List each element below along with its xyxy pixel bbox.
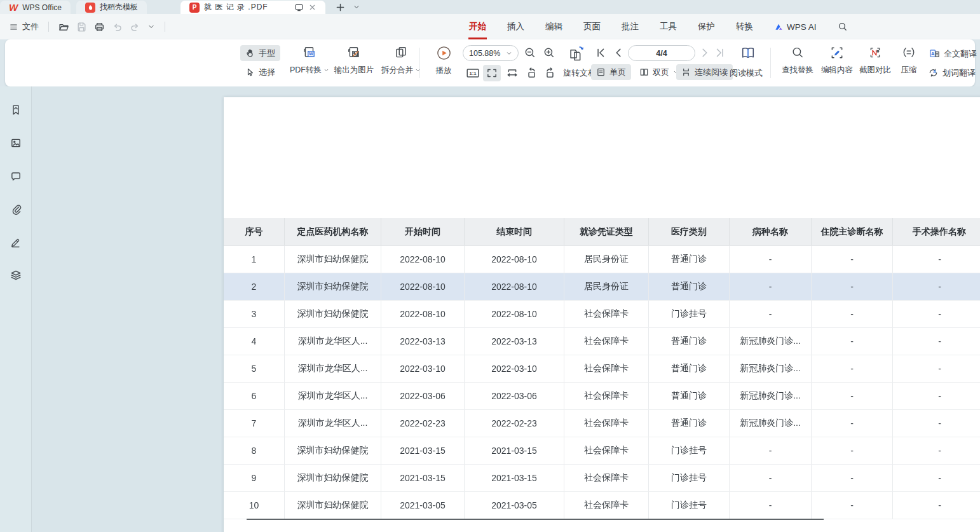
enter-pc-mode-icon[interactable]: [294, 3, 304, 12]
screenshot-compare-button[interactable]: 截图对比: [855, 45, 895, 76]
layers-panel-icon[interactable]: [6, 266, 25, 285]
table-cell: 2021-03-15: [381, 465, 465, 491]
last-page-icon[interactable]: [714, 47, 726, 58]
table-cell: -: [730, 465, 812, 491]
table-cell: -: [812, 355, 893, 382]
svg-text:A: A: [933, 69, 936, 74]
bookmarks-panel-icon[interactable]: [6, 100, 25, 119]
attachments-panel-icon[interactable]: [6, 200, 25, 219]
open-file-icon[interactable]: [58, 22, 69, 32]
one-to-one-icon: 1:1: [466, 67, 480, 79]
page-number-input[interactable]: [628, 45, 695, 61]
menu-edit[interactable]: 编辑: [545, 20, 563, 34]
table-cell: 2022-08-10: [465, 301, 564, 327]
table-cell: 2022-03-06: [381, 383, 465, 409]
divider: [770, 48, 771, 78]
continuous-reading-icon: [681, 67, 691, 77]
print-icon[interactable]: [94, 22, 105, 32]
table-cell: 深圳市龙华区人...: [285, 328, 381, 355]
select-tool-button[interactable]: 选择: [240, 64, 280, 80]
undo-icon[interactable]: [112, 22, 123, 32]
menu-protect[interactable]: 保护: [697, 20, 716, 34]
compress-button[interactable]: 压缩: [895, 45, 923, 76]
table-cell: 2022-03-13: [465, 328, 564, 355]
zoom-in-icon[interactable]: [543, 46, 555, 59]
hand-tool-button[interactable]: 手型: [240, 45, 280, 61]
quick-access-chevron-icon[interactable]: [147, 23, 155, 31]
docer-icon: [85, 3, 95, 13]
table-cell: 新冠肺炎门诊...: [730, 355, 812, 382]
pdf-convert-icon: W: [303, 45, 316, 60]
tab-document-pdf[interactable]: P 就 医 记 录 .PDF: [180, 1, 325, 14]
single-page-button[interactable]: 单页: [591, 64, 631, 80]
word-translate-button[interactable]: A 划词翻译: [923, 65, 980, 81]
table-cell: -: [812, 492, 893, 519]
previous-page-icon[interactable]: [613, 47, 624, 58]
fit-page-icon: [486, 67, 498, 79]
rotate-right-icon[interactable]: [541, 65, 559, 81]
svg-text:W: W: [309, 51, 313, 57]
rotate-pages-icon[interactable]: [568, 44, 586, 62]
table-cell: -: [812, 383, 893, 409]
table-cell: -: [730, 246, 812, 273]
pdf-convert-button[interactable]: W PDF转换: [285, 45, 334, 76]
menu-home[interactable]: 开始: [468, 20, 487, 34]
menu-insert[interactable]: 插入: [507, 20, 525, 34]
table-cell: 社会保障卡: [564, 465, 649, 491]
pdf-page[interactable]: 序号定点医药机构名称开始时间结束时间就诊凭证类型医疗类别病种名称住院主诊断名称手…: [224, 97, 980, 532]
menu-comment[interactable]: 批注: [621, 20, 639, 34]
table-cell: 2021-03-05: [465, 492, 564, 519]
play-button[interactable]: 播放: [427, 45, 460, 76]
edit-content-button[interactable]: 编辑内容: [817, 45, 857, 76]
find-replace-button[interactable]: 查找替换: [775, 45, 820, 76]
table-cell: -: [893, 328, 980, 355]
read-mode-button[interactable]: 阅读模式: [730, 67, 763, 79]
table-cell: 2022-08-10: [465, 246, 564, 273]
tab-list-chevron-icon[interactable]: [353, 3, 360, 11]
fit-page-button[interactable]: [483, 65, 501, 81]
redo-icon[interactable]: [130, 22, 140, 32]
comments-panel-icon[interactable]: [6, 167, 25, 186]
first-page-icon[interactable]: [595, 47, 606, 58]
ribbon-toolbar: 手型 选择 W PDF转换 输出为图片 拆分合并 播放: [5, 39, 975, 86]
menu-search-icon[interactable]: [837, 20, 848, 33]
table-cell: -: [893, 410, 980, 437]
table-cell: 3: [224, 301, 285, 327]
menu-wps-ai[interactable]: WPS AI: [773, 21, 817, 33]
zoom-level-value[interactable]: [469, 49, 505, 58]
table-cell: 2021-03-15: [381, 437, 465, 464]
next-page-icon[interactable]: [699, 47, 711, 58]
signature-panel-icon[interactable]: [6, 233, 25, 252]
file-menu[interactable]: 文件: [9, 21, 39, 32]
new-tab-icon[interactable]: [336, 3, 345, 12]
zoom-out-icon[interactable]: [524, 46, 536, 59]
column-header: 定点医药机构名称: [285, 218, 381, 245]
save-icon[interactable]: [76, 22, 87, 32]
table-cell: 8: [224, 437, 285, 464]
table-cell: 居民身份证: [564, 246, 649, 273]
table-cell: 门诊挂号: [649, 437, 730, 464]
full-text-translate-button[interactable]: A 全文翻译: [924, 46, 980, 62]
menu-convert[interactable]: 转换: [735, 20, 754, 34]
table-row: 9深圳市妇幼保健院2021-03-152021-03-15社会保障卡门诊挂号--…: [224, 465, 980, 492]
zoom-level-select[interactable]: [463, 45, 519, 61]
tab-docer-templates[interactable]: 找稻壳模板: [76, 1, 147, 14]
split-merge-button[interactable]: 拆分合并: [377, 45, 425, 76]
tab-wps-office[interactable]: W WPS Office: [0, 1, 71, 14]
table-cell: 普通门诊: [649, 410, 730, 437]
menu-tools[interactable]: 工具: [659, 20, 677, 34]
table-cell: -: [730, 273, 812, 300]
window-tab-bar: W WPS Office 找稻壳模板 P 就 医 记 录 .PDF: [0, 0, 980, 14]
table-row: 8深圳市妇幼保健院2021-03-152021-03-15社会保障卡门诊挂号--…: [224, 437, 980, 465]
column-header: 医疗类别: [649, 218, 730, 245]
table-cell: -: [893, 273, 980, 300]
fit-width-button[interactable]: [503, 65, 521, 81]
thumbnails-panel-icon[interactable]: [6, 133, 25, 153]
export-as-image-button[interactable]: 输出为图片: [327, 45, 381, 76]
rotate-left-icon[interactable]: [522, 65, 540, 81]
svg-text:1:1: 1:1: [469, 71, 477, 76]
actual-size-button[interactable]: 1:1: [464, 65, 482, 81]
menu-page[interactable]: 页面: [583, 20, 601, 34]
close-tab-icon[interactable]: [308, 3, 316, 11]
continuous-reading-button[interactable]: 连续阅读: [676, 64, 733, 80]
